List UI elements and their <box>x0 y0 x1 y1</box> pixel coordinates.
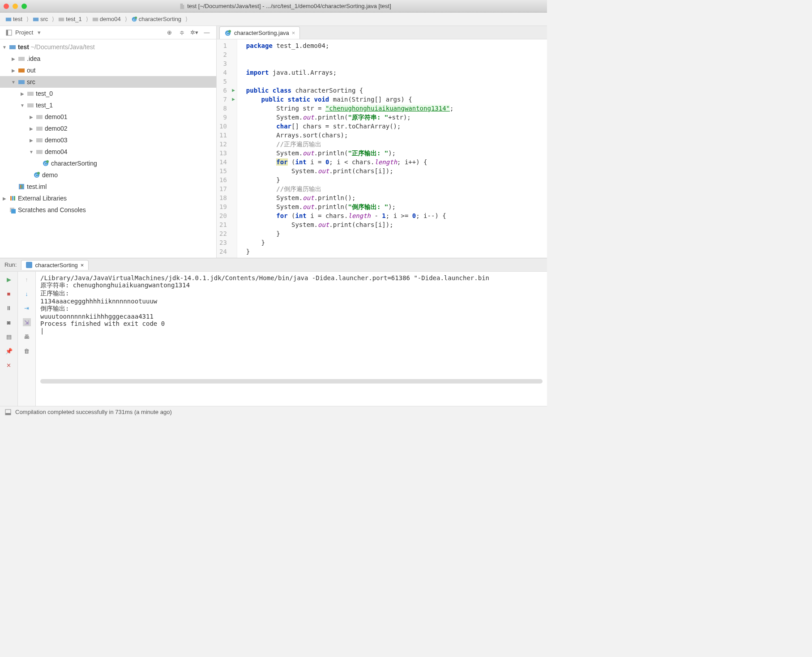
status-text: Compilation completed successfully in 73… <box>15 409 172 415</box>
breadcrumb-bar: test src test_1 demo04 CcharacterSorting <box>0 13 547 26</box>
editor-area: C characterSorting.java × 12345 6▶ 7▶ 89… <box>217 26 547 258</box>
stop-icon[interactable]: ■ <box>5 290 13 298</box>
run-header: Run: characterSorting × <box>0 258 547 272</box>
tree-out[interactable]: ▶out <box>0 64 216 76</box>
svg-rect-12 <box>18 80 25 84</box>
breadcrumb-test[interactable]: test <box>4 16 24 22</box>
svg-rect-36 <box>26 262 32 268</box>
breadcrumb-test1[interactable]: test_1 <box>56 16 83 22</box>
pause-icon[interactable]: ⏸ <box>5 304 13 312</box>
window-controls <box>4 4 27 9</box>
dump-icon[interactable]: ◙ <box>5 318 13 326</box>
svg-rect-26 <box>20 185 21 188</box>
close-run-tab-icon[interactable]: × <box>81 262 84 269</box>
run-panel: Run: characterSorting × ▶ ■ ⏸ ◙ ▤ 📌 ✕ ↑ … <box>0 258 547 406</box>
tree-scratches[interactable]: Scratches and Consoles <box>0 204 216 216</box>
svg-rect-0 <box>6 17 11 21</box>
status-bar: Compilation completed successfully in 73… <box>0 406 547 418</box>
svg-rect-28 <box>10 196 12 201</box>
settings-icon[interactable]: ✲▾ <box>190 29 198 37</box>
collapse-icon[interactable]: ≑ <box>178 29 186 37</box>
close-tab-icon[interactable]: × <box>292 30 295 36</box>
editor-tab-bar: C characterSorting.java × <box>217 26 547 39</box>
svg-rect-30 <box>14 196 15 201</box>
run-config-tab[interactable]: characterSorting × <box>21 260 89 270</box>
tree-test1[interactable]: ▼test_1 <box>0 99 216 111</box>
scroll-icon[interactable]: ⇲ <box>23 318 31 326</box>
tab-label: characterSorting.java <box>234 30 289 36</box>
breadcrumb-class[interactable]: CcharacterSorting <box>129 16 183 22</box>
project-dropdown[interactable]: Project <box>5 29 41 36</box>
svg-rect-17 <box>36 138 43 142</box>
svg-rect-27 <box>21 185 22 188</box>
project-sidebar: Project ⊕ ≑ ✲▾ — ▼test ~/Documents/Java/… <box>0 26 217 258</box>
sidebar-header: Project ⊕ ≑ ✲▾ — <box>0 26 216 39</box>
svg-rect-18 <box>36 150 43 154</box>
svg-rect-16 <box>36 127 43 131</box>
svg-rect-11 <box>18 68 25 73</box>
run-toolbar-right: ↑ ↓ ⇥ ⇲ 🖶 🗑 <box>18 272 36 406</box>
tree-test0[interactable]: ▶test_0 <box>0 88 216 99</box>
project-tree: ▼test ~/Documents/Java/test ▶.idea ▶out … <box>0 39 216 218</box>
tree-charactersorting[interactable]: CcharacterSorting <box>0 158 216 169</box>
svg-rect-38 <box>5 413 11 415</box>
status-icon <box>4 409 12 416</box>
tree-src[interactable]: ▼src <box>0 76 216 88</box>
editor-tab[interactable]: C characterSorting.java × <box>219 26 300 39</box>
svg-rect-10 <box>18 57 25 61</box>
svg-rect-14 <box>27 103 34 107</box>
window-title: test [~/Documents/Java/test] - .../src/t… <box>27 3 543 9</box>
print-icon[interactable]: 🖶 <box>23 333 31 341</box>
svg-rect-9 <box>9 45 16 49</box>
rerun-icon[interactable]: ▶ <box>5 275 13 283</box>
horizontal-scrollbar[interactable] <box>40 379 543 384</box>
svg-rect-32 <box>11 209 16 213</box>
console-output[interactable]: /Library/Java/JavaVirtualMachines/jdk-14… <box>36 272 547 406</box>
tree-demo04[interactable]: ▼demo04 <box>0 146 216 158</box>
class-icon: C <box>224 30 231 37</box>
svg-rect-15 <box>36 115 43 119</box>
run-gutter-icon[interactable]: ▶ <box>232 95 235 104</box>
title-bar: test [~/Documents/Java/test] - .../src/t… <box>0 0 547 13</box>
close-icon[interactable]: ✕ <box>5 361 13 369</box>
svg-rect-13 <box>27 92 34 96</box>
tree-external[interactable]: ▶External Libraries <box>0 192 216 204</box>
minimize-window-button[interactable] <box>13 4 18 9</box>
svg-point-35 <box>228 30 231 33</box>
file-icon <box>179 3 185 9</box>
breadcrumb-demo04[interactable]: demo04 <box>90 16 123 22</box>
svg-rect-8 <box>6 30 8 35</box>
line-gutter: 12345 6▶ 7▶ 8910111213141516171819202122… <box>217 39 237 258</box>
layout-icon[interactable]: ▤ <box>5 333 13 341</box>
tree-root[interactable]: ▼test ~/Documents/Java/test <box>0 41 216 53</box>
breadcrumb-src[interactable]: src <box>31 16 50 22</box>
wrap-icon[interactable]: ⇥ <box>23 304 31 312</box>
svg-point-21 <box>46 160 49 163</box>
tree-demo[interactable]: Cdemo <box>0 169 216 181</box>
svg-point-6 <box>135 16 137 18</box>
project-icon <box>5 29 13 36</box>
trash-icon[interactable]: 🗑 <box>23 347 31 355</box>
hide-icon[interactable]: — <box>203 29 211 37</box>
svg-rect-3 <box>93 17 98 21</box>
close-window-button[interactable] <box>4 4 9 9</box>
run-toolbar-left: ▶ ■ ⏸ ◙ ▤ 📌 ✕ <box>0 272 18 406</box>
tree-idea[interactable]: ▶.idea <box>0 53 216 64</box>
run-tab-icon <box>26 262 32 268</box>
down-icon[interactable]: ↓ <box>23 290 31 298</box>
tree-iml[interactable]: test.iml <box>0 181 216 192</box>
svg-rect-1 <box>33 17 38 21</box>
pin-icon[interactable]: 📌 <box>5 347 13 355</box>
svg-rect-29 <box>12 196 13 201</box>
run-label: Run: <box>4 261 17 268</box>
tree-demo02[interactable]: ▶demo02 <box>0 123 216 134</box>
svg-point-24 <box>37 172 40 175</box>
maximize-window-button[interactable] <box>21 4 27 9</box>
tree-demo03[interactable]: ▶demo03 <box>0 134 216 146</box>
code-content[interactable]: package test_1.demo04; import java.util.… <box>237 39 463 258</box>
run-gutter-icon[interactable]: ▶ <box>232 86 235 95</box>
up-icon[interactable]: ↑ <box>23 275 31 283</box>
tree-demo01[interactable]: ▶demo01 <box>0 111 216 123</box>
locate-icon[interactable]: ⊕ <box>165 29 173 37</box>
code-editor[interactable]: 12345 6▶ 7▶ 8910111213141516171819202122… <box>217 39 547 258</box>
